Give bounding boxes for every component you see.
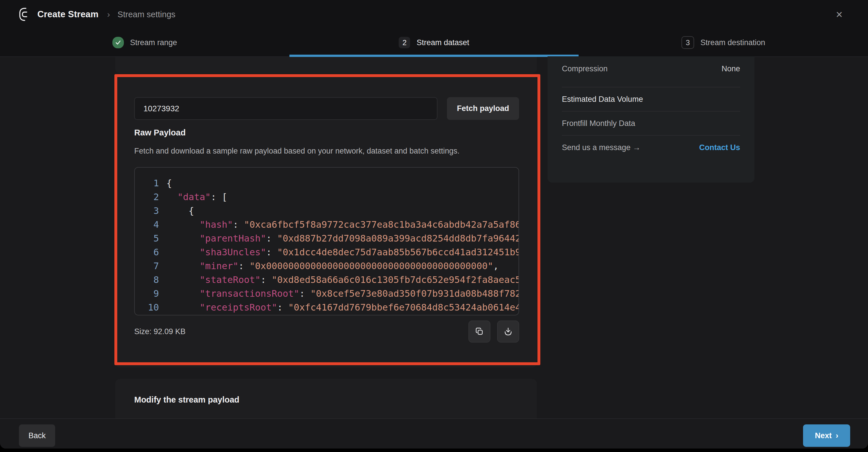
code-punctuation <box>166 190 178 204</box>
code-punctuation: : <box>238 259 249 273</box>
copy-button[interactable] <box>468 321 490 342</box>
download-button[interactable] <box>497 321 519 342</box>
code-line: 1{ <box>145 176 519 190</box>
block-number-input[interactable] <box>134 97 437 120</box>
line-number: 3 <box>145 204 159 218</box>
code-punctuation <box>166 259 200 273</box>
modify-payload-title: Modify the stream payload <box>134 395 518 404</box>
code-punctuation <box>166 273 200 287</box>
step-label: Stream destination <box>701 38 765 47</box>
code-value: "0x8cef5e73e80ad350f07b931da08b488f7827 <box>310 287 519 300</box>
code-value: "0x1dcc4de8dec75d7aab85b567b6ccd41ad3124… <box>277 245 519 259</box>
stream-summary-sidebar: Compression None Estimated Data Volume F… <box>548 56 754 183</box>
code-punctuation: : <box>233 218 244 232</box>
code-line: 3 { <box>145 204 519 218</box>
create-stream-window: Create Stream › Stream settings × Stream… <box>0 0 868 449</box>
code-punctuation: : <box>261 273 272 287</box>
fetch-payload-button[interactable]: Fetch payload <box>447 97 519 120</box>
line-number: 9 <box>145 287 159 300</box>
code-value: "0xd8ed58a66a6c016c1305fb7dc652e954f2fa8… <box>272 273 519 287</box>
step-number-badge: 2 <box>399 37 410 48</box>
payload-size-text: Size: 92.09 KB <box>134 327 186 336</box>
stepper: Stream range 2 Stream dataset 3 Stream d… <box>0 29 868 57</box>
contact-row: Send us a message → Contact Us <box>562 135 740 159</box>
compression-label: Compression <box>562 64 608 73</box>
code-line: 10 "receiptsRoot": "0xfc4167dd7679bbef6e… <box>145 300 519 314</box>
next-chevron-icon: › <box>836 431 838 440</box>
line-number: 1 <box>145 176 159 190</box>
frontfill-monthly-data-row: Frontfill Monthly Data <box>562 111 740 135</box>
breadcrumb-current: Stream settings <box>118 10 175 19</box>
code-line: 7 "miner": "0x00000000000000000000000000… <box>145 259 519 273</box>
line-number: 7 <box>145 259 159 273</box>
code-punctuation: , <box>493 259 499 273</box>
code-value: "0xca6fbcf5f8a9772cac377ea8c1ba3a4c6abdb… <box>244 218 519 232</box>
code-punctuation <box>166 232 200 245</box>
code-punctuation: : <box>266 245 277 259</box>
raw-payload-description: Fetch and download a sample raw payload … <box>134 147 519 156</box>
code-key: "parentHash" <box>200 232 266 245</box>
step-label: Stream range <box>130 38 177 47</box>
code-punctuation <box>166 245 200 259</box>
code-key: "hash" <box>200 218 233 232</box>
code-key: "data" <box>178 190 211 204</box>
line-number: 2 <box>145 190 159 204</box>
page-title: Create Stream <box>37 9 99 20</box>
close-icon[interactable]: × <box>833 8 845 21</box>
header-bar: Create Stream › Stream settings × <box>0 0 868 29</box>
raw-payload-card: Fetch payload Raw Payload Fetch and down… <box>115 76 537 367</box>
code-value: "0xd887b27dd7098a089a399acd8254dd8db7fa9… <box>277 232 519 245</box>
code-punctuation: : <box>277 300 288 314</box>
code-punctuation <box>166 300 200 314</box>
next-button-label: Next <box>815 431 832 440</box>
payload-code-block[interactable]: 1{2 "data": [3 {4 "hash": "0xca6fbcf5f8a… <box>134 167 519 315</box>
code-key: "receiptsRoot" <box>200 300 277 314</box>
line-number: 10 <box>145 300 159 314</box>
code-line: 4 "hash": "0xca6fbcf5f8a9772cac377ea8c1b… <box>145 218 519 232</box>
code-value: "0xfc4167dd7679bbef6e70684d8c53424ab0614… <box>288 300 519 314</box>
modify-payload-card: Modify the stream payload <box>115 379 537 419</box>
code-line: 6 "sha3Uncles": "0x1dcc4de8dec75d7aab85b… <box>145 245 519 259</box>
code-punctuation <box>166 287 200 300</box>
back-button[interactable]: Back <box>19 424 55 447</box>
code-value: "0x0000000000000000000000000000000000000… <box>249 259 493 273</box>
code-key: "sha3Uncles" <box>200 245 266 259</box>
code-key: "stateRoot" <box>200 273 261 287</box>
compression-value: None <box>721 64 740 73</box>
line-number: 5 <box>145 232 159 245</box>
contact-us-link[interactable]: Contact Us <box>699 143 740 152</box>
step-number-badge: 3 <box>681 36 694 49</box>
copy-icon <box>475 327 484 336</box>
code-punctuation: : [ <box>211 190 227 204</box>
code-key: "transactionsRoot" <box>200 287 300 300</box>
code-punctuation: : <box>266 232 277 245</box>
step-stream-range[interactable]: Stream range <box>0 29 289 56</box>
active-step-underline <box>289 55 579 57</box>
send-message-label: Send us a message → <box>562 143 640 152</box>
previous-section-card <box>115 57 537 73</box>
code-punctuation: : <box>299 287 310 300</box>
code-punctuation <box>166 218 200 232</box>
step-label: Stream dataset <box>416 38 469 47</box>
code-line: 2 "data": [ <box>145 190 519 204</box>
check-icon <box>113 37 124 48</box>
app-logo-icon <box>19 7 32 21</box>
raw-payload-title: Raw Payload <box>134 128 519 138</box>
download-icon <box>503 327 513 336</box>
code-key: "miner" <box>200 259 239 273</box>
line-number: 8 <box>145 273 159 287</box>
line-number: 6 <box>145 245 159 259</box>
chevron-right-icon: › <box>107 9 110 19</box>
step-stream-destination[interactable]: 3 Stream destination <box>579 29 868 56</box>
estimated-data-volume-label: Estimated Data Volume <box>562 95 643 104</box>
estimated-data-volume-row: Estimated Data Volume <box>562 87 740 111</box>
line-number: 4 <box>145 218 159 232</box>
code-line: 8 "stateRoot": "0xd8ed58a66a6c016c1305fb… <box>145 273 519 287</box>
compression-row: Compression None <box>562 56 740 87</box>
code-punctuation: { <box>166 204 194 218</box>
code-line: 5 "parentHash": "0xd887b27dd7098a089a399… <box>145 232 519 245</box>
next-button[interactable]: Next › <box>803 424 850 447</box>
code-line: 9 "transactionsRoot": "0x8cef5e73e80ad35… <box>145 287 519 300</box>
footer-bar: Back Next › <box>0 418 868 449</box>
step-stream-dataset[interactable]: 2 Stream dataset <box>289 29 579 56</box>
